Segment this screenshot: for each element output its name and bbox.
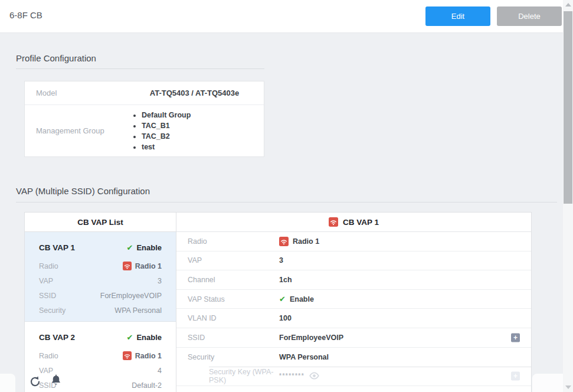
page-header: 6-8F CB Edit Delete (0, 0, 573, 33)
vap-section-title: VAP (Multiple SSID) Configuration (16, 186, 150, 196)
field-label: Radio (39, 352, 58, 360)
table-row: Management Group Default Group TAC_B1 TA… (25, 105, 264, 156)
detail-row-channel: Channel 1ch (176, 270, 531, 290)
radio-value: Radio 1 (135, 262, 162, 270)
detail-value: WPA Personal (279, 353, 329, 361)
detail-label: VAP Status (176, 295, 279, 303)
detail-row-vap: VAP 3 (176, 251, 531, 271)
detail-row-vap-status: VAP Status ✔ Enable (176, 290, 531, 309)
field-label: SSID (39, 292, 56, 300)
detail-row-ssid: SSID ForEmployeeVOIP + (176, 328, 531, 348)
detail-row-security-key: Security Key (WPA-PSK) ******** + (176, 367, 531, 386)
field-label: Security (39, 306, 66, 315)
management-group-item: Default Group (142, 110, 264, 120)
radio-wifi-icon (123, 351, 132, 360)
vap-card-status-text: Enable (136, 243, 162, 252)
field-value: Default-2 (132, 381, 162, 390)
vap-card-status: ✔ Enable (126, 333, 162, 342)
add-ssid-button[interactable]: + (511, 333, 520, 342)
detail-value: 3 (279, 256, 283, 264)
card-field-ssid: SSID ForEmployeeVOIP (39, 288, 162, 303)
refresh-icon[interactable] (29, 375, 41, 390)
detail-label: Security Key (WPA-PSK) (176, 368, 279, 384)
model-value: AT-TQ5403 / AT-TQ5403e (125, 89, 264, 97)
add-security-key-button[interactable]: + (511, 371, 520, 380)
show-password-eye-icon[interactable] (309, 372, 320, 380)
radio-wifi-icon (279, 237, 289, 246)
vap-card-name: CB VAP 2 (39, 333, 75, 342)
vap-card-status: ✔ Enable (126, 243, 162, 252)
detail-label: Channel (176, 276, 279, 284)
detail-label: VAP (176, 256, 279, 264)
vap-detail-header: CB VAP 1 (176, 213, 531, 232)
table-row: Model AT-TQ5403 / AT-TQ5403e (25, 81, 264, 105)
management-group-list: Default Group TAC_B1 TAC_B2 test (125, 110, 264, 152)
scroll-up-arrow-icon[interactable] (565, 3, 571, 6)
profile-table: Model AT-TQ5403 / AT-TQ5403e Management … (24, 81, 264, 157)
detail-row-radio: Radio Radio 1 (176, 232, 531, 251)
check-icon: ✔ (126, 333, 133, 342)
card-field-security: Security WPA Personal (39, 303, 162, 318)
detail-value: Radio 1 (293, 237, 319, 246)
profile-section-divider (16, 68, 264, 69)
radio-wifi-icon (123, 262, 132, 270)
vap-section-divider (16, 202, 557, 202)
vap-detail-title: CB VAP 1 (343, 218, 379, 227)
field-value: WPA Personal (114, 306, 162, 315)
masked-security-key: ******** (279, 373, 304, 379)
edit-button[interactable]: Edit (425, 6, 490, 26)
detail-value: 100 (279, 314, 292, 322)
detail-label: Security (176, 353, 279, 361)
field-value: Radio 1 (123, 351, 162, 360)
detail-value: 1ch (279, 276, 292, 284)
management-group-item: TAC_B1 (142, 120, 264, 131)
management-group-item: TAC_B2 (142, 131, 264, 142)
radio-wifi-icon (329, 217, 338, 227)
scroll-down-arrow-icon[interactable] (565, 386, 571, 389)
delete-button[interactable]: Delete (497, 6, 562, 26)
detail-label: VLAN ID (176, 314, 279, 322)
vap-list-item-1[interactable]: CB VAP 1 ✔ Enable Radio Radio 1 VAP 3 SS… (25, 232, 176, 322)
detail-value: ForEmployeeVOIP (279, 334, 343, 342)
management-group-label: Management Group (25, 126, 125, 135)
field-value: Radio 1 (123, 262, 162, 270)
vap-card-status-text: Enable (136, 333, 162, 342)
vap-configuration-table: CB VAP List CB VAP 1 ✔ Enable Radio Radi… (24, 212, 532, 392)
vap-detail-column: CB VAP 1 Radio Radio 1 VAP 3 Channel 1ch… (176, 213, 531, 392)
detail-value: Enable (290, 295, 314, 303)
field-value: 4 (158, 367, 162, 375)
vertical-scrollbar[interactable] (563, 0, 573, 392)
bottom-left-panel-edge (0, 374, 15, 392)
field-label: VAP (39, 277, 53, 285)
vap-list-column: CB VAP List CB VAP 1 ✔ Enable Radio Radi… (25, 213, 176, 392)
field-label: Radio (39, 262, 58, 270)
card-field-radio: Radio Radio 1 (39, 348, 162, 363)
model-label: Model (25, 89, 125, 97)
vap-card-name: CB VAP 1 (39, 243, 75, 252)
vap-list-header: CB VAP List (25, 213, 176, 232)
check-icon: ✔ (279, 295, 286, 303)
detail-label: SSID (176, 334, 279, 342)
card-field-radio: Radio Radio 1 (39, 259, 162, 273)
profile-section-title: Profile Configuration (16, 53, 96, 63)
card-field-vap: VAP 3 (39, 273, 162, 288)
detail-row-security: Security WPA Personal (176, 348, 531, 367)
scrollbar-thumb[interactable] (564, 11, 572, 204)
vap-list-item-2[interactable]: CB VAP 2 ✔ Enable Radio Radio 1 VAP 4 SS… (25, 322, 176, 392)
check-icon: ✔ (126, 243, 133, 252)
field-value: ForEmployeeVOIP (100, 292, 162, 300)
radio-value: Radio 1 (135, 352, 162, 360)
field-value: 3 (158, 277, 162, 285)
detail-row-vlan-id: VLAN ID 100 (176, 309, 531, 328)
notification-bell-icon[interactable] (50, 374, 62, 389)
page-title: 6-8F CB (9, 0, 42, 33)
management-group-item: test (142, 142, 264, 152)
detail-label: Radio (176, 237, 279, 246)
